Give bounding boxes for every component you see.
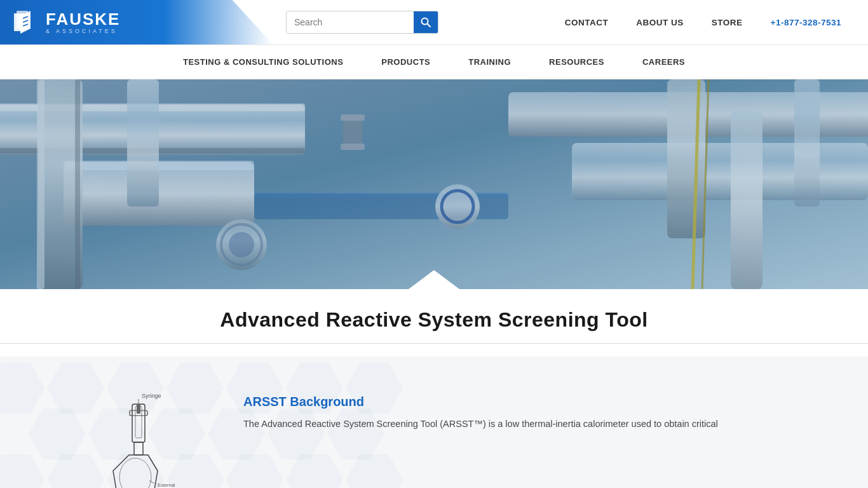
nav-careers[interactable]: CAREERS xyxy=(623,44,704,79)
top-navigation: FAUSKE & ASSOCIATES CONTACT ABOUT US xyxy=(0,0,868,79)
search-input[interactable] xyxy=(287,11,414,33)
nav-resources[interactable]: RESOURCES xyxy=(530,44,623,79)
title-underline xyxy=(0,343,868,344)
svg-rect-43 xyxy=(134,442,143,455)
content-inner: Syringe External Sample Fill xyxy=(85,388,783,488)
search-button[interactable] xyxy=(414,11,438,34)
logo-area: FAUSKE & ASSOCIATES xyxy=(0,0,273,44)
top-nav-bar: FAUSKE & ASSOCIATES CONTACT ABOUT US xyxy=(0,0,868,44)
svg-rect-36 xyxy=(0,79,868,289)
content-section-title: ARSST Background xyxy=(243,395,783,409)
logo-brand: FAUSKE xyxy=(46,11,120,27)
content-body: The Advanced Reactive System Screening T… xyxy=(243,417,783,431)
svg-point-44 xyxy=(119,458,151,488)
logo-sub: & ASSOCIATES xyxy=(46,29,120,34)
svg-rect-42 xyxy=(137,404,140,414)
top-links: CONTACT ABOUT US STORE +1-877-328-7531 xyxy=(551,0,868,44)
svg-text:Syringe: Syringe xyxy=(142,393,161,399)
hero-section xyxy=(0,79,868,289)
store-link[interactable]: STORE xyxy=(698,0,757,44)
about-us-link[interactable]: ABOUT US xyxy=(622,0,698,44)
svg-line-47 xyxy=(149,480,154,484)
svg-line-7 xyxy=(428,24,431,27)
contact-link[interactable]: CONTACT xyxy=(551,0,623,44)
content-text-column: ARSST Background The Advanced Reactive S… xyxy=(243,388,783,431)
search-icon xyxy=(421,17,431,27)
page-title: Advanced Reactive System Screening Tool xyxy=(0,308,868,332)
logo[interactable]: FAUSKE & ASSOCIATES xyxy=(13,8,120,36)
logo-name: FAUSKE & ASSOCIATES xyxy=(46,11,120,34)
phone-link[interactable]: +1-877-328-7531 xyxy=(757,0,855,44)
arsst-diagram: Syringe External Sample Fill xyxy=(85,388,212,488)
page-title-area: Advanced Reactive System Screening Tool xyxy=(0,289,868,356)
second-nav-bar: TESTING & CONSULTING SOLUTIONS PRODUCTS … xyxy=(0,44,868,79)
hero-pipes-illustration xyxy=(0,79,868,289)
nav-training[interactable]: TRAINING xyxy=(449,44,530,79)
search-area xyxy=(286,11,438,34)
arsst-image-column: Syringe External Sample Fill xyxy=(85,388,212,488)
svg-text:External: External xyxy=(158,482,175,488)
hero-background xyxy=(0,79,868,289)
nav-products[interactable]: PRODUCTS xyxy=(362,44,449,79)
search-box xyxy=(286,11,438,34)
nav-testing-consulting[interactable]: TESTING & CONSULTING SOLUTIONS xyxy=(164,44,362,79)
content-section: Syringe External Sample Fill xyxy=(0,356,868,488)
logo-icon xyxy=(13,8,41,36)
